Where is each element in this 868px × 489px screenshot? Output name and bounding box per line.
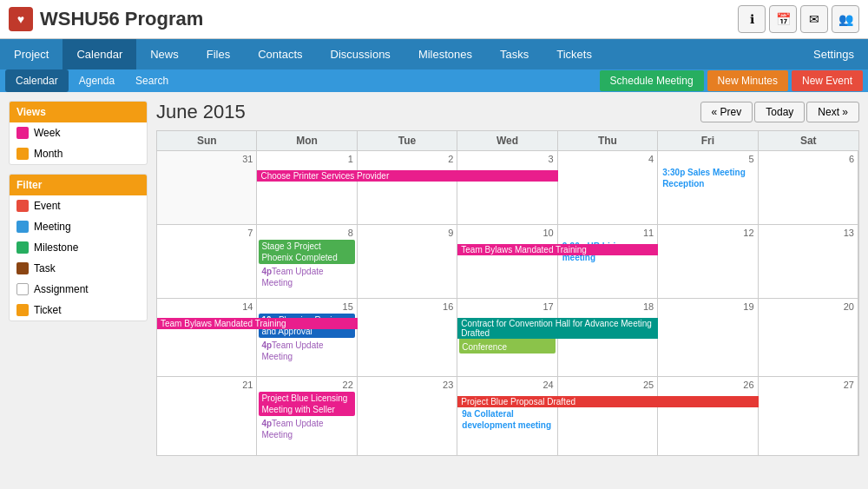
cell-jun-24[interactable]: 24 9a Collateral development meeting bbox=[457, 377, 557, 455]
cell-jun-3[interactable]: 3 bbox=[457, 151, 557, 224]
filter-section: Filter Event Meeting Milestone Task Assi… bbox=[9, 174, 148, 321]
day-num: 16 bbox=[359, 301, 455, 313]
sub-nav-calendar[interactable]: Calendar bbox=[5, 69, 69, 92]
cell-jun-10[interactable]: 10 bbox=[457, 225, 557, 298]
filter-task-label: Task bbox=[34, 262, 56, 274]
nav-news[interactable]: News bbox=[136, 39, 193, 69]
week-4: 21 22 Project Blue Licensing Meeting wit… bbox=[157, 377, 858, 455]
nav-discussions[interactable]: Discussions bbox=[317, 39, 404, 69]
event-collateral-dev[interactable]: 9a Collateral development meeting bbox=[459, 407, 555, 432]
event-stage3[interactable]: Stage 3 Project Phoenix Completed bbox=[259, 240, 354, 264]
event-team-update-15[interactable]: 4pTeam Update Meeting bbox=[259, 339, 354, 363]
event-planning-review[interactable]: 10a Planning Review and Approval bbox=[259, 314, 354, 338]
day-mon: Mon bbox=[257, 131, 357, 150]
calendar-header: June 2015 « Prev Today Next » bbox=[156, 101, 859, 123]
day-num: 11 bbox=[560, 227, 655, 239]
next-button[interactable]: Next » bbox=[806, 102, 859, 122]
cell-jun-18[interactable]: 18 bbox=[558, 299, 658, 376]
event-team-update-8[interactable]: 4pTeam Update Meeting bbox=[259, 265, 354, 289]
users-icon[interactable]: 👥 bbox=[832, 5, 859, 33]
cell-jun-20[interactable]: 20 bbox=[759, 299, 858, 376]
event-sales-meeting[interactable]: 3:30p Sales Meeting Reception bbox=[660, 166, 755, 190]
cell-jun-9[interactable]: 9 bbox=[358, 225, 457, 298]
info-icon[interactable]: ℹ bbox=[738, 5, 766, 33]
settings-nav[interactable]: Settings bbox=[799, 39, 868, 69]
event-team-update-22[interactable]: 4pTeam Update Meeting bbox=[259, 417, 354, 441]
nav-calendar[interactable]: Calendar bbox=[62, 39, 136, 69]
day-num: 14 bbox=[159, 301, 254, 313]
cell-jun-25[interactable]: 25 bbox=[558, 377, 658, 455]
cell-jun-22[interactable]: 22 Project Blue Licensing Meeting with S… bbox=[257, 377, 357, 455]
nav-milestones[interactable]: Milestones bbox=[404, 39, 486, 69]
cell-may-31[interactable]: 31 bbox=[157, 151, 257, 224]
month-color bbox=[16, 148, 29, 160]
week-color bbox=[16, 127, 29, 139]
today-button[interactable]: Today bbox=[754, 102, 805, 122]
week-3: 14 15 10a Planning Review and Approval 4… bbox=[157, 299, 858, 377]
sub-nav-search[interactable]: Search bbox=[125, 69, 179, 92]
cell-jun-5[interactable]: 5 3:30p Sales Meeting Reception bbox=[658, 151, 758, 224]
filter-event-label: Event bbox=[34, 200, 61, 212]
cell-jun-26[interactable]: 26 bbox=[658, 377, 758, 455]
day-num: 2 bbox=[359, 153, 455, 165]
day-num: 9 bbox=[359, 227, 455, 239]
cell-jun-4[interactable]: 4 bbox=[558, 151, 658, 224]
view-week[interactable]: Week bbox=[10, 122, 147, 143]
filter-meeting[interactable]: Meeting bbox=[10, 216, 147, 237]
cell-jun-7[interactable]: 7 bbox=[157, 225, 257, 298]
nav-contacts[interactable]: Contacts bbox=[244, 39, 316, 69]
event-ravenwood[interactable]: Ravenwood Conference bbox=[459, 329, 555, 354]
cell-jun-27[interactable]: 27 bbox=[759, 377, 858, 455]
cell-jun-2[interactable]: 2 bbox=[358, 151, 457, 224]
filter-ticket[interactable]: Ticket bbox=[10, 300, 147, 320]
cell-jun-14[interactable]: 14 bbox=[157, 299, 257, 376]
main-content: Views Week Month Filter Event Meeting bbox=[0, 92, 868, 465]
cell-jun-11[interactable]: 11 2:30p HR hiring meeting bbox=[558, 225, 658, 298]
nav-tickets[interactable]: Tickets bbox=[542, 39, 606, 69]
meeting-color bbox=[16, 221, 29, 233]
schedule-meeting-button[interactable]: Schedule Meeting bbox=[600, 70, 704, 91]
calendar-grid: Sun Mon Tue Wed Thu Fri Sat 31 1 bbox=[156, 130, 859, 456]
day-num: 26 bbox=[660, 379, 755, 391]
view-month[interactable]: Month bbox=[10, 143, 147, 164]
cell-jun-19[interactable]: 19 bbox=[658, 299, 758, 376]
prev-button[interactable]: « Prev bbox=[700, 102, 753, 122]
calendar-title: June 2015 bbox=[156, 101, 246, 123]
cell-jun-6[interactable]: 6 bbox=[759, 151, 858, 224]
day-num: 4 bbox=[560, 153, 655, 165]
calendar-nav: « Prev Today Next » bbox=[700, 102, 859, 122]
day-num: 8 bbox=[259, 227, 354, 239]
sub-nav-agenda[interactable]: Agenda bbox=[69, 69, 125, 92]
new-event-button[interactable]: New Event bbox=[792, 70, 863, 91]
calendar-icon[interactable]: 📅 bbox=[769, 5, 797, 33]
day-tue: Tue bbox=[358, 131, 457, 150]
cell-jun-23[interactable]: 23 bbox=[358, 377, 457, 455]
email-icon[interactable]: ✉ bbox=[800, 5, 828, 33]
filter-milestone[interactable]: Milestone bbox=[10, 237, 147, 258]
nav-project[interactable]: Project bbox=[0, 39, 62, 69]
cell-jun-16[interactable]: 16 bbox=[358, 299, 457, 376]
cell-jun-15[interactable]: 15 10a Planning Review and Approval 4pTe… bbox=[257, 299, 357, 376]
nav-tasks[interactable]: Tasks bbox=[486, 39, 542, 69]
view-month-label: Month bbox=[34, 148, 62, 160]
new-minutes-button[interactable]: New Minutes bbox=[707, 70, 788, 91]
cell-jun-17[interactable]: 17 Ravenwood Conference bbox=[457, 299, 557, 376]
cell-jun-12[interactable]: 12 bbox=[658, 225, 758, 298]
cell-jun-13[interactable]: 13 bbox=[759, 225, 858, 298]
day-num: 1 bbox=[259, 153, 354, 165]
filter-event[interactable]: Event bbox=[10, 195, 147, 216]
day-sat: Sat bbox=[759, 131, 858, 150]
cell-jun-8[interactable]: 8 Stage 3 Project Phoenix Completed 4pTe… bbox=[257, 225, 357, 298]
app-title: WSHU56 Program bbox=[40, 8, 203, 30]
event-hr-hiring[interactable]: 2:30p HR hiring meeting bbox=[560, 240, 655, 264]
day-num: 12 bbox=[660, 227, 755, 239]
day-num: 6 bbox=[760, 153, 856, 165]
filter-task[interactable]: Task bbox=[10, 258, 147, 279]
day-fri: Fri bbox=[658, 131, 758, 150]
day-num: 25 bbox=[560, 379, 655, 391]
cell-jun-1[interactable]: 1 bbox=[257, 151, 357, 224]
nav-files[interactable]: Files bbox=[193, 39, 244, 69]
event-project-blue-licensing[interactable]: Project Blue Licensing Meeting with Sell… bbox=[259, 392, 354, 416]
cell-jun-21[interactable]: 21 bbox=[157, 377, 257, 455]
filter-assignment[interactable]: Assignment bbox=[10, 279, 147, 300]
